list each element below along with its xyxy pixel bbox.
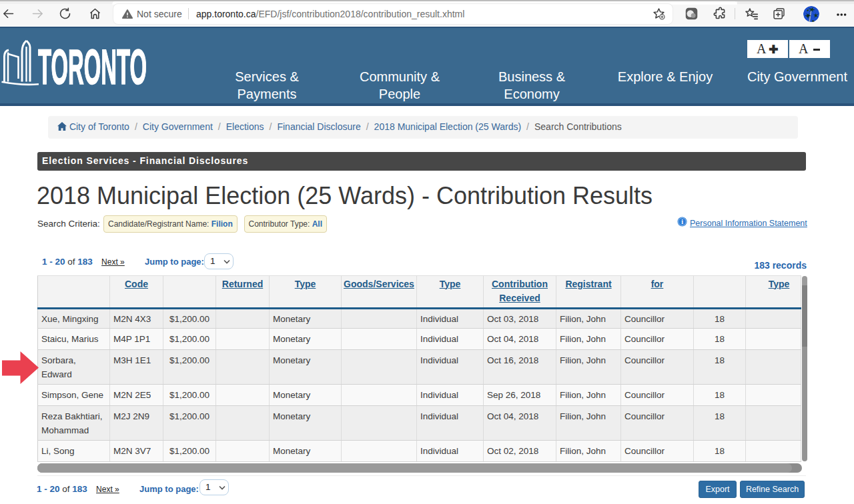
svg-text:i: i — [681, 218, 683, 225]
svg-text:TORONTO: TORONTO — [38, 39, 147, 87]
